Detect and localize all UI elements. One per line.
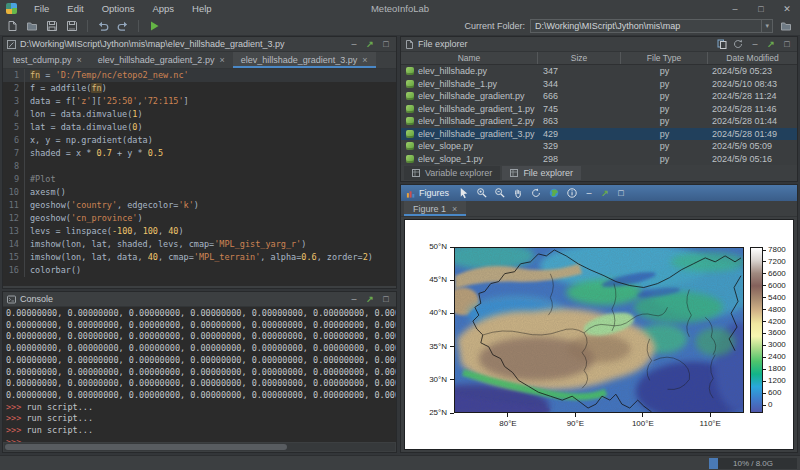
colorbar-tick-label: 4800 [768, 305, 798, 315]
y-tick-label: 50°N [414, 242, 447, 252]
table-row[interactable]: elev_hillshade_gradient_2.py 863 py 2024… [401, 115, 797, 128]
panel-maximize-icon[interactable]: □ [781, 39, 793, 49]
file-type-cell: py [621, 141, 708, 151]
panel-float-icon[interactable]: ↗ [765, 39, 777, 49]
python-file-icon [406, 92, 414, 100]
zoom-out-icon[interactable] [493, 187, 507, 200]
copy-document-icon[interactable] [717, 39, 729, 49]
run-script-icon[interactable] [146, 19, 162, 34]
console-title: Console [20, 294, 53, 304]
chart-icon [406, 189, 415, 198]
colorbar-tick-label: 7800 [768, 245, 798, 255]
console-hscrollbar[interactable] [4, 443, 395, 451]
terrain-map-graphic [455, 248, 743, 412]
figure-tab[interactable]: Figure 1 × [404, 201, 466, 216]
tab-close-icon[interactable]: × [219, 55, 224, 65]
colorbar-tick-label: 6000 [768, 281, 798, 291]
panel-float-icon[interactable]: ↗ [364, 39, 376, 49]
console-panel-header: Console – ↗ □ [3, 292, 396, 307]
tab-close-icon[interactable]: × [362, 55, 367, 65]
column-header[interactable]: Date Modified [708, 52, 797, 64]
python-file-icon [406, 130, 414, 138]
colorbar-tick-label: 5400 [768, 293, 798, 303]
file-name-cell: elev_slope.py [401, 141, 538, 151]
figure-tab-bar: Figure 1 × [401, 201, 797, 217]
file-type-cell: py [621, 66, 708, 76]
x-tick-mark [575, 413, 576, 417]
explorer-tab[interactable]: File explorer [502, 166, 581, 180]
panel-maximize-icon[interactable]: □ [615, 188, 627, 198]
memory-usage-text: 10% / 8.0G [733, 459, 773, 468]
window-minimize-icon[interactable]: – [722, 4, 748, 14]
scrollbar-thumb[interactable] [5, 444, 287, 450]
globe-icon[interactable] [547, 187, 561, 200]
editor-tab-label: test_cdump.py [13, 55, 72, 65]
panel-float-icon[interactable]: ↗ [364, 294, 376, 304]
menu-item[interactable]: Help [183, 3, 221, 14]
current-folder-combobox[interactable]: D:\Working\MIScript\Jython\mis\map ▾ [530, 19, 773, 33]
map-plot[interactable] [454, 247, 744, 413]
file-date-cell: 2024/5/10 08:43 [708, 79, 797, 89]
table-row[interactable]: elev_hillshade_1.py 344 py 2024/5/10 08:… [401, 78, 797, 91]
refresh-icon[interactable] [733, 39, 745, 49]
column-header[interactable]: File Type [621, 52, 708, 64]
toolbar-separator [138, 20, 139, 32]
undo-icon[interactable] [95, 19, 111, 34]
menu-item[interactable]: File [25, 3, 58, 14]
panel-minimize-icon[interactable]: – [583, 188, 595, 198]
panel-float-icon[interactable]: ↗ [599, 188, 611, 198]
menu-item[interactable]: Edit [58, 3, 92, 14]
window-close-icon[interactable]: ✕ [774, 4, 800, 14]
figures-panel: Figures – ↗ □ [400, 184, 798, 453]
window-maximize-icon[interactable]: □ [748, 4, 774, 14]
file-size-cell: 745 [538, 104, 621, 114]
chevron-down-icon[interactable]: ▾ [761, 20, 772, 32]
editor-tab[interactable]: test_cdump.py × [5, 52, 90, 68]
pan-hand-icon[interactable] [511, 187, 525, 200]
file-size-cell: 347 [538, 66, 621, 76]
new-script-icon[interactable] [4, 19, 20, 34]
editor-tab[interactable]: elev_hillshade_gradient_2.py × [90, 52, 233, 68]
explorer-tab-label: File explorer [523, 168, 573, 178]
menu-item[interactable]: Apps [143, 3, 183, 14]
explorer-tab[interactable]: Variable explorer [404, 166, 500, 180]
redo-icon[interactable] [115, 19, 131, 34]
open-file-icon[interactable] [24, 19, 40, 34]
memory-indicator[interactable]: 10% / 8.0G [709, 458, 797, 469]
y-tick-label: 25°N [414, 408, 447, 418]
save-icon[interactable] [44, 19, 60, 34]
table-row[interactable]: elev_slope.py 329 py 2024/5/9 05:09 [401, 140, 797, 153]
save-as-icon[interactable] [64, 19, 80, 34]
panel-minimize-icon[interactable]: – [348, 294, 360, 304]
panel-maximize-icon[interactable]: □ [380, 39, 392, 49]
file-type-cell: py [621, 104, 708, 114]
x-tick-label: 110°E [692, 419, 728, 429]
zoom-in-icon[interactable] [475, 187, 489, 200]
code-editor[interactable]: 1fn = 'D:/Temp/nc/etopo2_new.nc'2f = add… [3, 69, 396, 286]
main-toolbar: Current Folder: D:\Working\MIScript\Jyth… [0, 17, 800, 36]
explorer-tab-bar: Variable explorer File explorer [401, 166, 797, 180]
select-cursor-icon[interactable] [457, 187, 471, 200]
tab-close-icon[interactable]: × [77, 55, 82, 65]
info-icon[interactable] [565, 187, 579, 200]
column-header[interactable]: Name [401, 52, 538, 64]
table-row[interactable]: elev_hillshade_gradient.py 666 py 2024/5… [401, 90, 797, 103]
panel-minimize-icon[interactable]: – [348, 39, 360, 49]
file-explorer-header: File explorer – ↗ □ [401, 37, 797, 52]
table-row[interactable]: elev_slope_1.py 298 py 2024/5/9 05:16 [401, 153, 797, 166]
column-header[interactable]: Size [538, 52, 621, 64]
table-row[interactable]: elev_hillshade_gradient_3.py 429 py 2024… [401, 128, 797, 141]
editor-tab[interactable]: elev_hillshade_gradient_3.py × [233, 52, 376, 68]
panel-maximize-icon[interactable]: □ [380, 294, 392, 304]
console-output[interactable]: 0.00000000, 0.00000000, 0.00000000, 0.00… [3, 307, 396, 442]
map-figure[interactable]: 80°E90°E100°E110°E50°N45°N40°N35°N30°N25… [405, 220, 793, 449]
browse-folder-icon[interactable] [778, 19, 794, 34]
table-row[interactable]: elev_hillshade_gradient_1.py 745 py 2024… [401, 103, 797, 116]
table-row[interactable]: elev_hillshade.py 347 py 2024/5/9 05:23 [401, 65, 797, 78]
panel-minimize-icon[interactable]: – [749, 39, 761, 49]
edit-script-icon [7, 40, 16, 49]
tab-close-icon[interactable]: × [452, 204, 457, 214]
menu-item[interactable]: Options [93, 3, 144, 14]
rotate-icon[interactable] [529, 187, 543, 200]
x-tick-label: 90°E [557, 419, 593, 429]
